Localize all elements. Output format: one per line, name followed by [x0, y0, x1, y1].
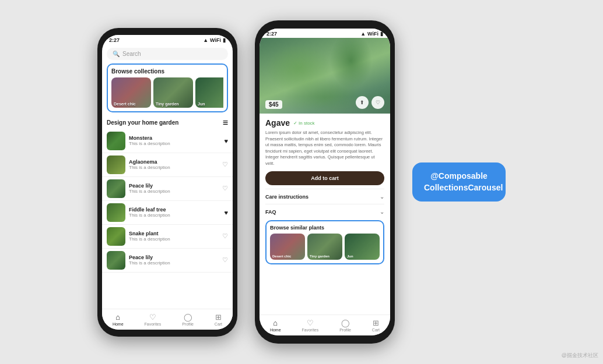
annotation-line2: CollectionsCarousel	[424, 182, 494, 194]
annotation-line1: @Composable	[424, 171, 494, 182]
profile-label-left: Profile	[182, 322, 194, 326]
left-phone: 2:27 ▲ WiFi ▮ 🔍 Search Browse collection…	[97, 28, 237, 337]
collection-card-tiny[interactable]: Tiny garden	[153, 77, 193, 108]
snake-thumb	[107, 227, 125, 246]
peacelily-heart[interactable]: ♡	[222, 185, 228, 192]
snake-desc: This is a description	[129, 236, 219, 242]
peacelily-info: Peace lily This is a description	[129, 183, 219, 194]
search-icon: 🔍	[113, 51, 120, 57]
aglaonema-info: Aglaonema This is a description	[129, 159, 219, 170]
nav-favorites-left[interactable]: ♡ Favorites	[144, 313, 161, 326]
left-screen: 2:27 ▲ WiFi ▮ 🔍 Search Browse collection…	[102, 35, 233, 330]
add-to-cart-button[interactable]: Add to cart	[265, 171, 384, 185]
monstera-info: Monstera This is a description	[129, 135, 220, 146]
battery-icon: ▮	[223, 37, 226, 43]
cart-icon-left: ⊞	[215, 313, 222, 321]
product-description: Lorem ipsum dolor sit amet, consectetur …	[265, 130, 384, 167]
home-icon-left: ⌂	[115, 313, 120, 321]
peacelily-name: Peace lily	[129, 183, 219, 189]
nav-favorites-right[interactable]: ♡ Favorites	[302, 319, 318, 332]
right-screen-inner: 2:27 ▲ WiFi ▮ $45 ⬆ ♡ Aga	[260, 29, 390, 335]
list-item: Aglaonema This is a description ♡	[102, 153, 233, 177]
snake-heart[interactable]: ♡	[222, 232, 228, 240]
monstera-thumb	[107, 132, 125, 150]
plant-list: Monstera This is a description ♥ Aglaone…	[102, 129, 233, 273]
share-button[interactable]: ⬆	[356, 96, 369, 109]
favorites-label-right: Favorites	[302, 328, 318, 332]
right-phone: 2:27 ▲ WiFi ▮ $45 ⬆ ♡ Aga	[255, 20, 395, 344]
peacelily2-heart[interactable]: ♡	[222, 256, 228, 264]
nav-home-right[interactable]: ⌂ Home	[270, 319, 281, 332]
similar-jun-label: Jun	[347, 255, 353, 258]
care-instructions-label: Care instructions	[265, 194, 308, 200]
signal-icon-right: ▲	[360, 31, 366, 37]
list-item: Peace lily This is a description ♡	[102, 249, 233, 273]
fiddle-info: Fiddle leaf tree This is a description	[129, 207, 220, 218]
favorites-icon-right: ♡	[307, 319, 314, 327]
snake-name: Snake plant	[129, 231, 219, 236]
status-icons-left: ▲ WiFi ▮	[203, 37, 226, 43]
faq-label: FAQ	[265, 209, 276, 215]
list-item: Snake plant This is a description ♡	[102, 225, 233, 249]
product-hero-image: $45 ⬆ ♡	[260, 38, 390, 114]
fiddle-heart[interactable]: ♥	[224, 209, 228, 216]
browse-collections-section: Browse collections Desert chic Tiny gard…	[107, 63, 228, 112]
similar-plants-title: Browse similar plants	[270, 225, 380, 231]
snake-info: Snake plant This is a description	[129, 231, 219, 242]
status-bar-left: 2:27 ▲ WiFi ▮	[102, 35, 233, 44]
product-content: Agave ✓ In stock Lorem ipsum dolor sit a…	[260, 114, 390, 269]
search-bar[interactable]: 🔍 Search	[107, 48, 228, 60]
nav-profile-right[interactable]: ◯ Profile	[339, 319, 351, 332]
peacelily2-name: Peace lily	[129, 255, 219, 260]
care-instructions-accordion[interactable]: Care instructions ⌄	[265, 189, 384, 204]
nav-home-left[interactable]: ⌂ Home	[113, 313, 124, 326]
nav-cart-left[interactable]: ⊞ Cart	[215, 313, 222, 326]
bottom-nav-left: ⌂ Home ♡ Favorites ◯ Profile ⊞ Cart	[102, 309, 233, 330]
monstera-heart[interactable]: ♥	[224, 137, 228, 144]
similar-card-tiny[interactable]: Tiny garden	[307, 234, 342, 260]
collection-row-left: Desert chic Tiny garden Jun	[111, 77, 223, 108]
watermark: @掘金技术社区	[562, 352, 598, 359]
monstera-desc: This is a description	[129, 141, 220, 146]
wishlist-button[interactable]: ♡	[371, 96, 384, 109]
browse-collections-title: Browse collections	[111, 68, 223, 75]
peacelily2-desc: This is a description	[129, 260, 219, 266]
list-item: Monstera This is a description ♥	[102, 129, 233, 153]
monstera-name: Monstera	[129, 135, 220, 141]
peacelily-thumb	[107, 179, 125, 198]
cart-label-right: Cart	[372, 328, 380, 332]
aglaonema-desc: This is a description	[129, 165, 219, 170]
product-name: Agave	[265, 118, 290, 128]
favorites-label-left: Favorites	[144, 322, 161, 326]
list-item: Peace lily This is a description ♡	[102, 177, 233, 201]
peacelily2-thumb	[107, 251, 125, 270]
tiny-garden-label: Tiny garden	[156, 102, 179, 106]
similar-card-desert[interactable]: Desert chic	[270, 234, 305, 260]
wifi-icon: WiFi	[210, 37, 221, 43]
similar-card-jun[interactable]: Jun	[345, 234, 380, 260]
wifi-icon-right: WiFi	[367, 31, 378, 37]
collection-card-desert[interactable]: Desert chic	[111, 77, 151, 108]
care-chevron-icon: ⌄	[380, 193, 384, 200]
annotation-bubble: @Composable CollectionsCarousel	[412, 162, 506, 202]
cart-icon-right: ⊞	[373, 319, 379, 327]
garden-section-header: Design your home garden ≡	[102, 115, 233, 129]
peacelily2-info: Peace lily This is a description	[129, 255, 219, 266]
nav-cart-right[interactable]: ⊞ Cart	[372, 319, 380, 332]
profile-label-right: Profile	[339, 328, 351, 332]
aglaonema-name: Aglaonema	[129, 159, 219, 165]
faq-accordion[interactable]: FAQ ⌄	[265, 204, 384, 219]
list-item: Fiddle leaf tree This is a description ♥	[102, 201, 233, 225]
collection-card-jun[interactable]: Jun	[195, 77, 223, 108]
checkmark-icon: ✓	[293, 121, 297, 126]
similar-plants-section: Browse similar plants Desert chic Tiny g…	[265, 220, 384, 264]
similar-tiny-label: Tiny garden	[310, 255, 329, 258]
jun-label: Jun	[198, 102, 205, 106]
filter-icon[interactable]: ≡	[223, 118, 228, 128]
product-price: $45	[265, 100, 282, 109]
aglaonema-heart[interactable]: ♡	[222, 161, 228, 168]
desert-chic-label: Desert chic	[114, 102, 136, 106]
nav-profile-left[interactable]: ◯ Profile	[182, 313, 194, 326]
profile-icon-right: ◯	[341, 319, 350, 327]
fiddle-thumb	[107, 203, 125, 222]
